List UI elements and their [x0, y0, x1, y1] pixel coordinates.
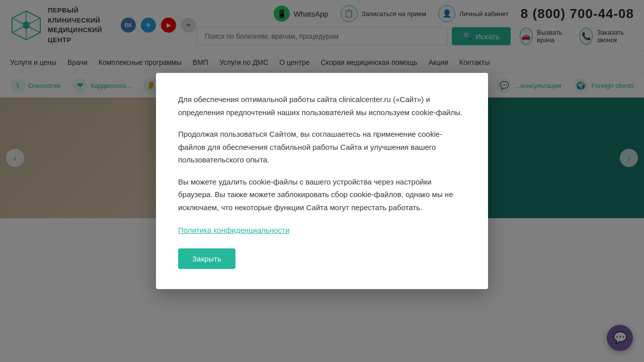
close-modal-button[interactable]: Закрыть [178, 248, 235, 269]
cookie-overlay: Для обеспечения оптимальной работы сайта… [0, 0, 644, 362]
privacy-policy-link[interactable]: Политика конфиденциальности [178, 226, 289, 234]
modal-paragraph-1: Для обеспечения оптимальной работы сайта… [178, 93, 466, 119]
modal-paragraph-2: Продолжая пользоваться Сайтом, вы соглаш… [178, 128, 466, 166]
modal-paragraph-3: Вы можете удалить cookie-файлы с вашего … [178, 175, 466, 214]
cookie-modal: Для обеспечения оптимальной работы сайта… [156, 73, 488, 289]
